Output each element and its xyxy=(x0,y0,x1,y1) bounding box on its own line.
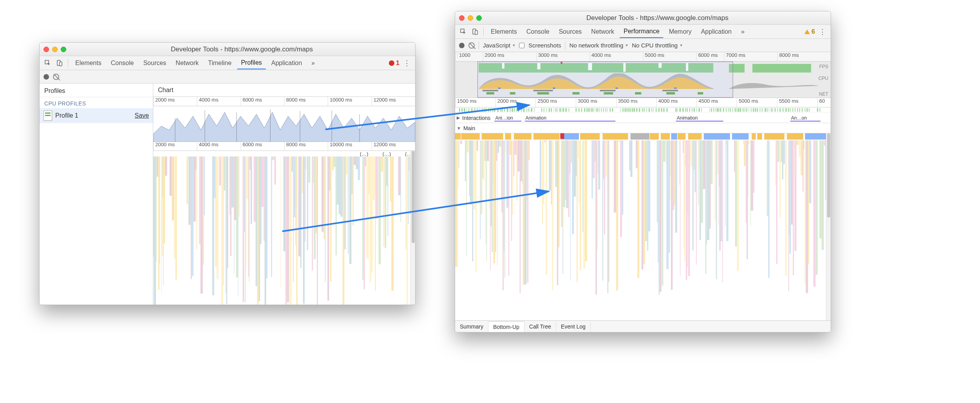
svg-rect-319 xyxy=(784,108,784,112)
titlebar[interactable]: Developer Tools - https://www.google.com… xyxy=(40,43,415,56)
overview-ruler[interactable]: 2000 ms 4000 ms 6000 ms 8000 ms 10000 ms… xyxy=(153,97,415,106)
save-link[interactable]: Save xyxy=(135,112,149,119)
zoom-icon[interactable] xyxy=(61,47,66,52)
titlebar[interactable]: Developer Tools - https://www.google.com… xyxy=(455,11,831,25)
device-toggle-icon[interactable] xyxy=(470,27,480,37)
tab-application[interactable]: Application xyxy=(697,26,735,38)
svg-rect-405 xyxy=(514,140,517,155)
tab-console[interactable]: Console xyxy=(523,26,554,38)
network-throttle-dropdown[interactable]: No network throttling xyxy=(569,42,628,49)
svg-rect-53 xyxy=(236,156,238,277)
svg-rect-476 xyxy=(660,140,662,292)
svg-rect-198 xyxy=(494,108,495,112)
error-count-badge[interactable]: 1 xyxy=(389,60,399,67)
svg-rect-246 xyxy=(620,108,621,112)
collapse-icon[interactable]: ▼ xyxy=(457,126,461,131)
devtools-window-old: Developer Tools - https://www.google.com… xyxy=(39,42,416,305)
svg-rect-66 xyxy=(256,156,257,286)
tab-overflow[interactable]: » xyxy=(307,57,319,69)
svg-rect-478 xyxy=(663,140,666,162)
view-dropdown[interactable]: Chart xyxy=(153,84,415,97)
device-toggle-icon[interactable] xyxy=(54,58,65,68)
close-icon[interactable] xyxy=(44,47,49,52)
svg-rect-128 xyxy=(366,156,367,258)
close-icon[interactable] xyxy=(459,15,465,21)
flame-chart[interactable]: (…) (…) (…) xyxy=(153,151,415,305)
svg-rect-10 xyxy=(154,156,156,305)
svg-rect-54 xyxy=(238,156,238,296)
tab-network[interactable]: Network xyxy=(172,57,203,69)
expand-icon[interactable]: ▶ xyxy=(457,115,460,120)
svg-rect-21 xyxy=(169,156,172,196)
svg-rect-380 xyxy=(487,140,489,161)
svg-rect-410 xyxy=(523,140,523,185)
tab-overflow[interactable]: » xyxy=(737,26,748,38)
main-track-header[interactable]: ▼ Main xyxy=(455,123,831,133)
kebab-menu-icon[interactable]: ⋮ xyxy=(817,27,828,37)
performance-overview[interactable]: 1000 2000 ms 3000 ms 4000 ms 5000 ms 600… xyxy=(455,52,831,98)
warning-count-badge[interactable]: 6 xyxy=(804,28,815,35)
minimize-icon[interactable] xyxy=(52,47,58,52)
main-ruler[interactable]: 1500 ms 2000 ms 2500 ms 3000 ms 3500 ms … xyxy=(455,98,831,107)
frames-strip[interactable] xyxy=(455,107,831,113)
animation-segment[interactable]: An…on xyxy=(790,115,820,122)
screenshots-checkbox[interactable] xyxy=(519,43,524,48)
svg-rect-446 xyxy=(592,140,593,198)
flame-scrollbar[interactable] xyxy=(826,133,831,320)
svg-rect-106 xyxy=(327,156,329,301)
flame-scrollbar[interactable] xyxy=(410,151,415,305)
tab-memory[interactable]: Memory xyxy=(665,26,695,38)
svg-rect-225 xyxy=(563,108,564,112)
tab-profiles[interactable]: Profiles xyxy=(237,57,266,69)
tab-sources[interactable]: Sources xyxy=(139,57,170,69)
minimize-icon[interactable] xyxy=(468,15,473,21)
profile-item[interactable]: Profile 1 Save xyxy=(40,108,153,123)
svg-rect-332 xyxy=(817,108,818,112)
svg-rect-108 xyxy=(330,156,331,281)
inspect-icon[interactable] xyxy=(458,27,468,37)
svg-rect-72 xyxy=(265,156,266,305)
flame-ruler[interactable]: 2000 ms 4000 ms 6000 ms 8000 ms 10000 ms… xyxy=(153,142,415,151)
svg-rect-103 xyxy=(324,156,325,239)
tab-elements[interactable]: Elements xyxy=(71,57,105,69)
tab-console[interactable]: Console xyxy=(107,57,138,69)
main-flame-chart[interactable] xyxy=(455,133,831,320)
tab-summary[interactable]: Summary xyxy=(455,321,488,332)
tab-application[interactable]: Application xyxy=(267,57,306,69)
svg-rect-432 xyxy=(568,140,569,217)
tab-performance[interactable]: Performance xyxy=(620,25,664,38)
animation-segment[interactable]: Ani…ion xyxy=(494,115,521,122)
clear-icon[interactable] xyxy=(468,42,475,49)
animation-segment[interactable]: Animation xyxy=(676,115,723,122)
tab-event-log[interactable]: Event Log xyxy=(556,321,591,332)
svg-rect-44 xyxy=(224,156,225,191)
tab-bottom-up[interactable]: Bottom-Up xyxy=(488,321,524,332)
tab-call-tree[interactable]: Call Tree xyxy=(524,321,556,332)
svg-rect-24 xyxy=(174,156,175,258)
cpu-overview-chart[interactable] xyxy=(153,106,415,142)
svg-rect-346 xyxy=(671,133,677,140)
svg-rect-387 xyxy=(495,140,496,252)
overview-selection[interactable] xyxy=(477,62,733,98)
svg-rect-119 xyxy=(349,156,351,264)
inspect-icon[interactable] xyxy=(43,58,53,68)
record-icon[interactable] xyxy=(44,74,49,80)
tab-elements[interactable]: Elements xyxy=(487,26,521,38)
interactions-track-header[interactable]: ▶ Interactions Ani…ion Animation Animati… xyxy=(455,113,831,123)
svg-rect-331 xyxy=(809,108,810,112)
record-icon[interactable] xyxy=(459,43,465,48)
animation-segment[interactable]: Animation xyxy=(525,115,616,122)
zoom-icon[interactable] xyxy=(476,15,482,21)
svg-rect-97 xyxy=(312,156,313,270)
tab-timeline[interactable]: Timeline xyxy=(204,57,236,69)
svg-rect-254 xyxy=(634,108,635,112)
capture-dropdown[interactable]: JavaScript xyxy=(483,42,515,49)
tab-network[interactable]: Network xyxy=(587,26,618,38)
cpu-throttle-dropdown[interactable]: No CPU throttling xyxy=(632,42,682,49)
clear-icon[interactable] xyxy=(53,74,59,80)
kebab-menu-icon[interactable]: ⋮ xyxy=(402,58,412,68)
tab-sources[interactable]: Sources xyxy=(555,26,586,38)
overview-ruler[interactable]: 1000 2000 ms 3000 ms 4000 ms 5000 ms 600… xyxy=(455,52,831,62)
svg-rect-420 xyxy=(546,140,547,274)
svg-rect-302 xyxy=(749,108,749,112)
